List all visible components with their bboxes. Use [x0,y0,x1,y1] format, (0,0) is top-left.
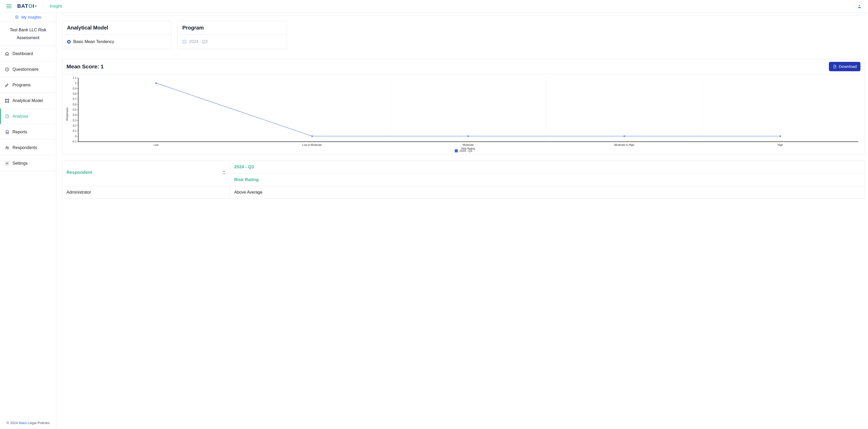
config-row: Analytical Model Basic Mean Tendency Pro… [62,21,407,49]
top-bar: BATOI® Insight [0,0,407,12]
back-arrow-icon [15,15,19,19]
panel-header: Analytical Model [62,21,172,35]
results-table: Respondent 2024 - Q3 Risk Rating Adminis… [62,160,407,198]
product-name: Insight [50,4,62,9]
users-icon [5,145,9,150]
header-label: Respondent [66,170,92,175]
svg-point-13 [155,83,157,84]
top-card-edge [62,12,407,15]
y-tick-label: 0.8 [73,92,78,95]
sidebar-nav: Dashboard Questionnaire Programs Analyti… [0,46,56,171]
table-body: Administrator Above Average [62,186,407,198]
sidebar-item-respondents[interactable]: Respondents [0,140,56,156]
question-icon [5,67,9,72]
sidebar-item-label: Reports [12,130,27,134]
y-tick-label: 1.1 [73,76,78,79]
y-tick-label: 0.1 [73,129,78,132]
logo: BATOI® [17,3,37,9]
y-tick-label: 1 [75,82,78,85]
svg-rect-6 [5,101,6,102]
table-row: Administrator Above Average [62,186,407,198]
col-right-header-group: 2024 - Q3 Risk Rating [230,161,407,186]
col-rating-header: Risk Rating [230,173,407,186]
svg-point-10 [7,147,9,148]
sidebar-item-label: Questionnaire [12,67,39,72]
y-axis-label: Responses [66,108,69,121]
sidebar-item-label: Dashboard [12,52,33,56]
col-period-header: 2024 - Q3 [230,161,407,173]
svg-rect-7 [8,101,9,102]
x-tick-label: Low [154,142,158,146]
model-option-basic[interactable]: Basic Mean Tendency [67,39,167,44]
sidebar-item-label: Programs [12,83,31,87]
y-tick-label: 0 [75,135,78,137]
table-header-row-1: Respondent 2024 - Q3 Risk Rating [62,161,407,186]
panel-header: Program [178,21,287,35]
y-tick-label: 0.3 [73,119,78,122]
checkbox-label: 2024 - Q3 [189,39,208,44]
sidebar: My Insights Test Bank LLC Risk Assessmen… [0,12,56,201]
checkbox-icon [182,40,186,44]
y-tick-label: 0.6 [73,103,78,106]
sidebar-item-settings[interactable]: Settings [0,156,56,171]
menu-toggle[interactable] [6,4,11,8]
y-tick-label: 0.9 [73,87,78,90]
chart-svg [78,78,407,142]
sidebar-item-analytical-model[interactable]: Analytical Model [0,93,56,109]
sidebar-item-dashboard[interactable]: Dashboard [0,46,56,62]
brand: BATOI® Insight [17,3,62,9]
model-icon [5,98,9,103]
program-option-2024q3[interactable]: 2024 - Q3 [182,39,282,44]
svg-point-9 [6,146,7,148]
file-chart-icon [5,130,9,134]
gear-icon [5,161,9,166]
cell-respondent: Administrator [62,186,230,198]
y-tick-label: 0.2 [73,124,78,127]
svg-rect-5 [8,99,9,100]
program-panel: Program 2024 - Q3 [177,21,287,49]
svg-point-2 [5,68,9,71]
y-tick-label: -0.1 [72,140,78,143]
sidebar-item-programs[interactable]: Programs [0,77,56,93]
chart-wrap: Responses -0.100.10.20.30.40.50.60.70.80… [62,74,407,154]
sidebar-item-label: Analytical Model [12,98,43,103]
svg-rect-4 [5,99,6,100]
back-my-insights[interactable]: My Insights [0,12,56,22]
sort-icon [222,171,226,175]
sidebar-item-reports[interactable]: Reports [0,124,56,140]
sidebar-item-analysis[interactable]: Analysis [0,109,56,124]
project-name: Test Bank LLC Risk Assessment [0,22,56,46]
svg-point-3 [7,70,7,70]
chart-plot-area: -0.100.10.20.30.40.50.60.70.80.911.1LowL… [78,78,407,142]
sidebar-item-label: Analysis [12,114,28,119]
col-respondent-header[interactable]: Respondent [62,161,230,184]
sidebar-item-questionnaire[interactable]: Questionnaire [0,62,56,77]
score-title: Mean Score: 1 [66,63,103,70]
pie-icon [5,114,9,119]
my-insights-label: My Insights [21,15,41,19]
score-header: Mean Score: 1 PNG Download [62,59,407,74]
mean-score-card: Mean Score: 1 PNG Download Responses -0.… [62,59,407,154]
home-icon [5,52,9,56]
cell-rating: Above Average [230,186,407,198]
sidebar-item-label: Respondents [12,145,37,150]
y-tick-label: 0.5 [73,108,78,111]
svg-point-11 [6,162,8,164]
y-tick-label: 0.7 [73,98,78,100]
y-tick-label: 0.4 [73,114,78,116]
radio-label: Basic Mean Tendency [73,39,114,44]
analytical-model-panel: Analytical Model Basic Mean Tendency [62,21,172,49]
svg-point-14 [311,135,313,137]
sidebar-item-label: Settings [12,161,28,166]
x-tick-label: Low to Moderate [302,142,322,146]
main-content: Analytical Model Basic Mean Tendency Pro… [56,12,407,201]
radio-icon [67,40,71,43]
pen-icon [5,83,9,87]
